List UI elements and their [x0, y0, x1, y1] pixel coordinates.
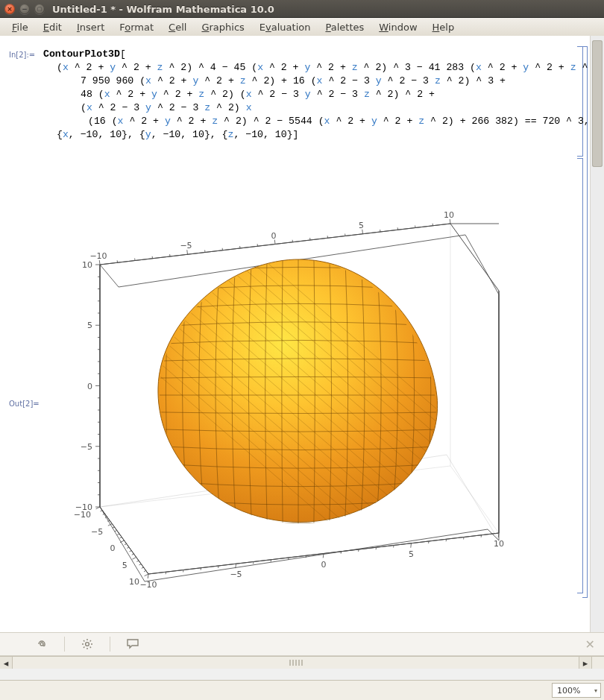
- token-function: ContourPlot3D: [43, 48, 120, 60]
- svg-text:5: 5: [87, 321, 92, 330]
- scroll-corner: [591, 657, 604, 669]
- output-graphic-3d[interactable]: −10−50510 −10−50510 −10−50510 −10−50510: [48, 209, 555, 626]
- svg-line-148: [90, 647, 91, 648]
- toolbar-divider: [64, 637, 65, 652]
- scroll-left-arrow-icon[interactable]: ◂: [0, 657, 13, 669]
- svg-text:5: 5: [359, 221, 364, 230]
- svg-text:−5: −5: [91, 527, 103, 537]
- toolbar-divider: [110, 637, 110, 652]
- cell-insertion-bar[interactable]: ✕: [0, 632, 604, 656]
- menu-format[interactable]: Format: [112, 20, 161, 34]
- svg-line-7: [100, 507, 145, 581]
- svg-text:−10: −10: [75, 502, 92, 512]
- menu-palettes[interactable]: Palettes: [318, 20, 371, 34]
- menu-edit[interactable]: Edit: [36, 20, 69, 34]
- svg-text:5: 5: [409, 549, 414, 559]
- notebook-area: In[2]:= Out[2]= ContourPlot3D[ (x ^ 2 + …: [0, 36, 604, 669]
- menubar: FileEditInsertFormatCellGraphicsEvaluati…: [0, 18, 604, 37]
- menu-insert[interactable]: Insert: [69, 20, 112, 34]
- horizontal-scrollbar[interactable]: ◂ ▸: [0, 656, 604, 669]
- gear-icon[interactable]: [78, 637, 96, 651]
- input-cell-code[interactable]: ContourPlot3D[ (x ^ 2 + y ^ 2 + z ^ 2) ^…: [43, 48, 568, 142]
- message-icon[interactable]: [124, 637, 142, 651]
- cell-bracket-group[interactable]: [577, 46, 588, 595]
- svg-line-147: [84, 640, 84, 641]
- zoom-value: 100%: [557, 686, 580, 696]
- menu-window[interactable]: Window: [371, 20, 424, 34]
- at-icon[interactable]: [33, 637, 51, 651]
- cell-bracket-group-outer[interactable]: [582, 46, 588, 598]
- svg-point-142: [86, 643, 89, 646]
- svg-text:10: 10: [129, 577, 139, 587]
- vertical-scrollbar[interactable]: [590, 36, 604, 632]
- output-label: Out[2]=: [9, 400, 40, 408]
- chevron-down-icon: ▾: [594, 687, 597, 694]
- menu-help[interactable]: Help: [425, 20, 462, 34]
- svg-text:10: 10: [444, 210, 454, 220]
- menu-evaluation[interactable]: Evaluation: [252, 20, 318, 34]
- horizontal-scroll-track[interactable]: [13, 657, 579, 669]
- svg-text:0: 0: [321, 560, 327, 570]
- svg-text:10: 10: [494, 539, 504, 549]
- vertical-scrollbar-thumb[interactable]: [592, 40, 603, 167]
- svg-text:−10: −10: [139, 580, 157, 590]
- svg-text:10: 10: [82, 260, 92, 270]
- window-title: Untitled-1 * - Wolfram Mathematica 10.0: [52, 4, 274, 15]
- svg-line-12: [119, 287, 145, 581]
- menu-cell[interactable]: Cell: [161, 20, 194, 34]
- svg-line-149: [84, 647, 84, 648]
- svg-line-24: [100, 265, 148, 332]
- svg-text:−5: −5: [81, 442, 92, 452]
- svg-text:−5: −5: [180, 241, 192, 250]
- svg-line-70: [132, 558, 136, 560]
- window-minimize-button[interactable]: [19, 4, 30, 14]
- close-icon[interactable]: ✕: [585, 637, 595, 652]
- svg-line-23: [450, 224, 499, 291]
- window-maximize-button[interactable]: [34, 4, 45, 14]
- svg-line-8: [145, 529, 488, 581]
- svg-text:0: 0: [271, 231, 277, 241]
- svg-line-75: [145, 574, 148, 576]
- svg-text:−5: −5: [230, 570, 242, 579]
- svg-line-31: [450, 466, 499, 533]
- svg-line-6: [447, 455, 499, 540]
- svg-line-150: [90, 640, 91, 641]
- svg-text:0: 0: [110, 543, 116, 553]
- window-titlebar: Untitled-1 * - Wolfram Mathematica 10.0: [0, 0, 604, 18]
- window-close-button[interactable]: [4, 4, 15, 14]
- scroll-right-arrow-icon[interactable]: ▸: [579, 657, 591, 669]
- svg-text:5: 5: [122, 561, 128, 570]
- zoom-selector[interactable]: 100% ▾: [552, 683, 601, 698]
- input-label: In[2]:=: [9, 51, 35, 59]
- svg-line-55: [96, 507, 100, 509]
- svg-text:−10: −10: [89, 251, 107, 261]
- status-bar: 100% ▾: [0, 680, 604, 700]
- menu-graphics[interactable]: Graphics: [194, 20, 251, 34]
- svg-line-49: [411, 543, 412, 548]
- menu-file[interactable]: File: [4, 20, 36, 34]
- svg-text:0: 0: [87, 382, 92, 391]
- svg-line-34: [148, 574, 148, 578]
